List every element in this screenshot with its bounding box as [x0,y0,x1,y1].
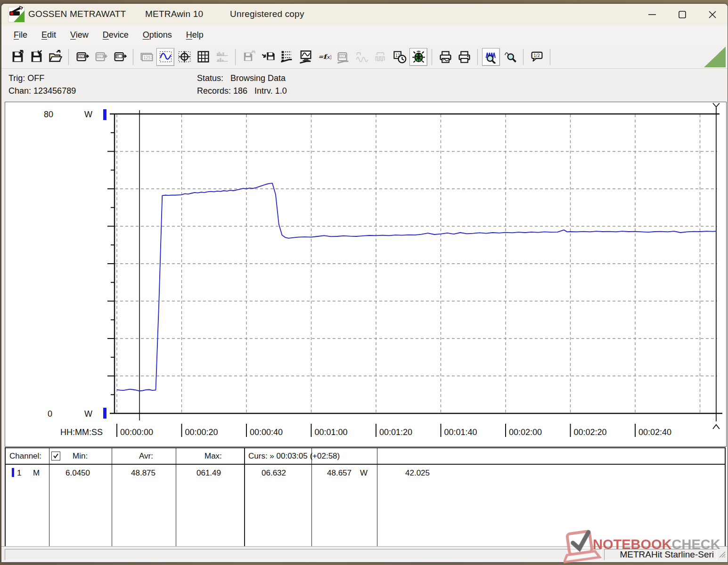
x-tick-label: 00:01:40 [444,428,477,437]
table-divider [244,448,245,546]
pulse-gray-icon [374,50,388,64]
channel-color-mark [12,468,14,477]
statusbar: METRAHit Starline-Seri [1,546,728,562]
table-view-button[interactable] [194,48,212,66]
chart-panel[interactable]: 00:00:0000:00:2000:00:4000:01:0000:01:20… [5,102,727,447]
print-button[interactable] [455,48,473,66]
debug-monitor-button[interactable] [409,48,427,66]
config-monitor-icon [299,50,312,64]
cursor-2-top-handle-icon[interactable] [713,103,720,110]
menu-item-device[interactable]: Device [98,28,134,42]
x-tick-label: 00:02:20 [574,428,607,437]
device-setup-button: 321 [334,48,352,66]
zoom-curve-button[interactable] [482,48,500,66]
toolbar-separator [477,49,478,65]
col-header-cursor: Curs: » 00:03:05 (+02:58) [248,452,340,461]
open-file-button[interactable] [46,48,64,66]
read-memory-button[interactable]: M [111,48,129,66]
y-unit-bottom: W [84,409,92,419]
print-preview-button[interactable] [436,48,454,66]
cell-max: 061.49 [196,468,221,478]
transfer-data-button[interactable] [259,48,277,66]
menu-item-help[interactable]: Help [181,28,209,42]
y-scale-handle-bottom[interactable] [103,408,106,419]
cell-channel-mode: M [33,468,40,478]
cell-cursor1-value: 06.632 [262,468,286,478]
y-unit-top: W [84,110,92,119]
cursor-2-bottom-handle-icon[interactable] [713,425,720,429]
col-header-channel: Channel: [9,452,41,461]
resize-grip[interactable] [718,550,726,558]
power-series-line [117,183,716,391]
annotation-button[interactable]: 1/2 [528,48,546,66]
svg-text:321: 321 [79,54,85,58]
channel-setup-button[interactable] [278,48,295,66]
statusbar-device-panel: METRAHit Starline-Seri [604,549,717,560]
x-tick-label: 00:00:20 [185,428,218,437]
print-preview-icon [439,50,452,64]
channel-visibility-checkbox[interactable] [51,452,60,460]
formula-button[interactable]: =f(x) [315,48,333,66]
app-name-title: METRAwin 10 [145,9,203,19]
histogram-view-icon [215,50,229,64]
window-controls [637,4,728,25]
col-header-max: Max: [204,452,222,461]
app-icon [8,6,25,23]
meter-out-icon: 321 [75,50,89,64]
maximize-button[interactable] [667,4,697,25]
y-max-label: 80 [44,110,53,119]
display-setup-button[interactable] [296,48,314,66]
folder-open-icon [49,50,62,64]
zoom-lens-button[interactable] [501,48,519,66]
y-scale-handle-top[interactable] [103,109,106,120]
export-data-button [240,48,258,66]
zoom-curve-icon [503,50,517,64]
cell-min: 6.0450 [65,468,90,478]
meter-m-out-icon: M [113,50,127,64]
app-window: GOSSEN METRAWATT METRAwin 10 Unregistere… [1,3,728,563]
table-divider [49,448,49,546]
minimize-button[interactable] [637,4,667,25]
app-vendor-title: GOSSEN METRAWATT [28,9,126,19]
info-strip: Trig: OFF Chan: 123456789 Status: Browsi… [1,69,728,104]
col-header-avr: Avr: [139,452,153,461]
cell-avr: 48.875 [131,468,155,478]
toolbar-separator [523,49,524,65]
menu-item-view[interactable]: View [65,28,94,42]
toolbar: 321321 M1257=f(x)321121/2 [1,45,728,69]
device-name: METRAHit Starline-Seri [620,549,714,560]
cell-cursor-delta: 42.025 [405,468,430,478]
chart-view-button[interactable] [156,48,174,66]
x-tick-label: 00:02:40 [638,428,671,437]
cursor-view-button[interactable] [175,48,193,66]
display-1257-icon: 1257 [140,50,154,64]
print-icon [458,50,471,64]
toolbar-resize-triangle [704,47,726,67]
x-tick-label: 00:00:00 [120,428,153,437]
close-button[interactable] [697,4,728,25]
titlebar: GOSSEN METRAWATT METRAwin 10 Unregistere… [1,4,728,25]
trigger-status: Trig: OFF [8,73,44,83]
x-tick-label: 00:00:40 [250,428,283,437]
schedule-icon: 12 [393,50,407,64]
time-setup-button[interactable]: 12 [391,48,409,66]
save-export-button[interactable] [8,48,26,66]
table-header-divider [6,464,725,465]
read-device-button[interactable]: 321 [73,48,91,66]
bug-icon [412,50,425,64]
cell-channel-num[interactable]: 1 [17,468,21,478]
save-import-button[interactable] [27,48,45,66]
numeric-view-button: 1257 [138,48,155,66]
menu-item-options[interactable]: Options [138,28,177,42]
x-tick-label: 00:02:00 [509,428,542,437]
toolbar-separator [133,49,133,65]
table-divider [176,448,176,546]
power-line-chart[interactable]: 00:00:0000:00:2000:00:4000:01:0000:01:20… [5,102,725,445]
cell-cursor2-value: 48.657 [327,468,352,478]
menubar: FileEditViewDeviceOptionsHelp [1,25,728,45]
sine-gray-icon [355,50,369,64]
menu-item-edit[interactable]: Edit [36,28,61,42]
table-divider [311,448,312,546]
menu-item-file[interactable]: File [8,28,33,42]
pulse-signal-button [372,48,390,66]
